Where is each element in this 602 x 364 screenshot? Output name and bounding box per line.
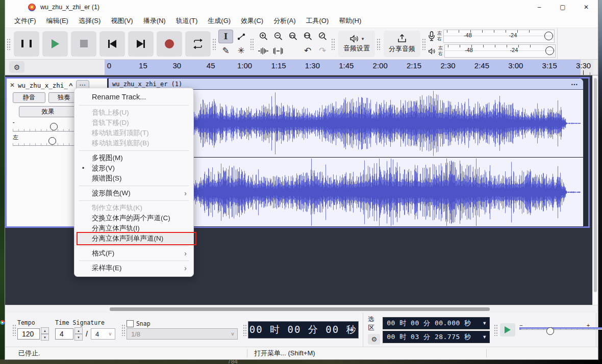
- ruler-tick-label: 1:00: [237, 61, 252, 70]
- menubar-item[interactable]: 文件(F): [9, 16, 41, 25]
- zoom-toggle-button[interactable]: [315, 30, 330, 43]
- envelope-tool-button[interactable]: [234, 30, 248, 43]
- time-signature-spinner[interactable]: ▲▼: [74, 327, 83, 341]
- context-menu-item[interactable]: 分离立体声轨(I): [74, 223, 193, 233]
- dropdown-arrow-icon[interactable]: ▼: [349, 327, 355, 333]
- context-menu-item[interactable]: Rename Track...: [74, 91, 193, 103]
- menubar-item[interactable]: 生成(G): [203, 16, 236, 25]
- ruler-tick-label: 45: [207, 61, 215, 70]
- mute-button[interactable]: 静音: [13, 92, 45, 103]
- pan-slider-thumb[interactable]: [48, 137, 56, 145]
- pencil-icon: ✎: [222, 46, 229, 55]
- play-at-speed-button[interactable]: [500, 323, 515, 336]
- menu-separator: [79, 200, 189, 201]
- record-meter-left-label: 左: [437, 31, 442, 36]
- skip-to-start-button[interactable]: [99, 31, 125, 57]
- context-menu-item: 移动轨道到底部(B): [74, 138, 193, 148]
- envelope-icon: [237, 33, 246, 41]
- horizontal-scrollbar-thumb[interactable]: [110, 307, 490, 311]
- menubar-item[interactable]: 轨道(T): [171, 16, 203, 25]
- context-menu-item[interactable]: 分离立体声到单声道(N): [74, 233, 193, 244]
- draw-tool-button[interactable]: ✎: [218, 44, 233, 58]
- track-name[interactable]: wu_zhu_x_zhi_: [18, 82, 68, 89]
- playback-meter[interactable]: 左右 -48 -24: [428, 44, 556, 58]
- play-speed-slider-thumb[interactable]: [546, 327, 554, 335]
- vertical-scrollbar[interactable]: [592, 75, 598, 305]
- menubar-item[interactable]: 编辑(E): [41, 16, 73, 25]
- minimize-button[interactable]: –: [528, 0, 551, 14]
- horizontal-scrollbar[interactable]: [5, 305, 598, 313]
- context-menu-item[interactable]: 采样率(E)›: [74, 263, 193, 273]
- dropdown-arrow-icon[interactable]: ▼: [482, 334, 487, 340]
- play-button[interactable]: [42, 31, 68, 57]
- menubar-item[interactable]: 帮助(H): [334, 16, 366, 25]
- time-signature-upper-input[interactable]: 4: [55, 328, 73, 340]
- microphone-icon: [428, 31, 435, 41]
- fit-project-button[interactable]: [300, 30, 315, 43]
- context-menu-item[interactable]: 格式(F)›: [74, 248, 193, 258]
- record-meter[interactable]: 左右 -48 -24: [428, 30, 556, 43]
- edit-toolbar-grip[interactable]: [250, 38, 254, 50]
- stop-icon: [80, 40, 88, 47]
- play-at-speed-toolbar: −+: [500, 323, 590, 336]
- share-audio-grip[interactable]: [377, 38, 380, 50]
- menubar-item[interactable]: 效果(C): [236, 16, 268, 25]
- time-display-grip[interactable]: [243, 324, 246, 336]
- tempo-input[interactable]: 120: [17, 328, 40, 340]
- undo-button[interactable]: ↶: [300, 44, 315, 58]
- snap-toolbar-grip[interactable]: [121, 324, 125, 336]
- dropdown-arrow-icon[interactable]: ▼: [482, 321, 487, 326]
- menubar-item[interactable]: 工具(O): [300, 16, 334, 25]
- tools-toolbar-grip[interactable]: [212, 38, 216, 50]
- transport-toolbar-grip[interactable]: [7, 38, 10, 50]
- menubar-item[interactable]: 播录(N): [138, 16, 171, 25]
- timeline-ruler[interactable]: 01530451:001:151:301:452:002:152:302:453…: [105, 60, 593, 75]
- share-audio-button[interactable]: 分享音频: [384, 31, 420, 57]
- play-speed-slider[interactable]: −+: [519, 326, 590, 334]
- playback-meter-right-label: 右: [438, 51, 443, 57]
- loop-button[interactable]: [185, 31, 211, 57]
- audio-position-display[interactable]: 00 时 00 分 00 秒 ▼: [248, 321, 359, 339]
- silence-audio-button[interactable]: [271, 44, 285, 58]
- ruler-tick-label: 1:45: [339, 61, 354, 70]
- play-speed-grip[interactable]: [494, 324, 497, 336]
- context-menu-item[interactable]: •波形(V): [74, 163, 193, 173]
- vertical-scrollbar-thumb[interactable]: [594, 78, 597, 292]
- snap-checkbox[interactable]: [127, 320, 134, 327]
- skip-to-end-button[interactable]: [128, 31, 154, 57]
- menubar-item[interactable]: 分析(A): [268, 16, 300, 25]
- meter-toolbar-grip[interactable]: [422, 38, 425, 50]
- zoom-out-button[interactable]: [271, 30, 285, 43]
- maximize-button[interactable]: ▢: [551, 0, 574, 14]
- context-menu-item[interactable]: 交换立体声的两个声道(C): [74, 213, 193, 223]
- fit-selection-button[interactable]: [286, 30, 300, 43]
- record-button[interactable]: [157, 31, 182, 57]
- context-menu-item[interactable]: 波形颜色(W)›: [74, 188, 193, 198]
- effects-button[interactable]: 效果: [19, 106, 77, 117]
- selection-tool-button[interactable]: I: [218, 30, 233, 43]
- track-collapse-icon[interactable]: ^: [69, 82, 73, 89]
- close-button[interactable]: ✕: [574, 0, 598, 14]
- tempo-spinner[interactable]: ▲▼: [41, 327, 49, 341]
- audio-setup-grip[interactable]: [331, 38, 335, 50]
- context-menu-item: 音轨下移(D): [74, 118, 193, 128]
- zoom-in-button[interactable]: [256, 30, 270, 43]
- gain-slider-thumb[interactable]: [50, 123, 58, 131]
- context-menu-item[interactable]: 多视图(M): [74, 153, 193, 163]
- trim-audio-button[interactable]: [256, 44, 270, 58]
- menubar-item[interactable]: 视图(V): [106, 16, 138, 25]
- menubar-item[interactable]: 选择(S): [73, 16, 106, 25]
- selection-start-field[interactable]: 00 时 00 分 00.000 秒▼: [383, 317, 490, 329]
- track-close-icon[interactable]: ✕: [10, 82, 15, 89]
- multi-tool-button[interactable]: ✳: [234, 44, 248, 58]
- timeline-options-button[interactable]: ⚙: [9, 61, 24, 73]
- status-bar: 已停止. 打开菜单... (Shift+M): [5, 347, 598, 359]
- selection-end-field[interactable]: 00 时 03 分 28.775 秒▼: [383, 331, 490, 343]
- time-signature-lower-select[interactable]: 4˅: [91, 328, 115, 340]
- pause-button[interactable]: [14, 31, 39, 57]
- selection-options-button[interactable]: ⚙: [368, 334, 380, 345]
- context-menu-item[interactable]: 频谱图(S): [74, 173, 193, 184]
- time-toolbar-grip[interactable]: [12, 324, 16, 336]
- clip-menu-icon[interactable]: ⋯: [571, 80, 578, 88]
- audio-setup-button[interactable]: ▾ 音频设置: [338, 31, 375, 57]
